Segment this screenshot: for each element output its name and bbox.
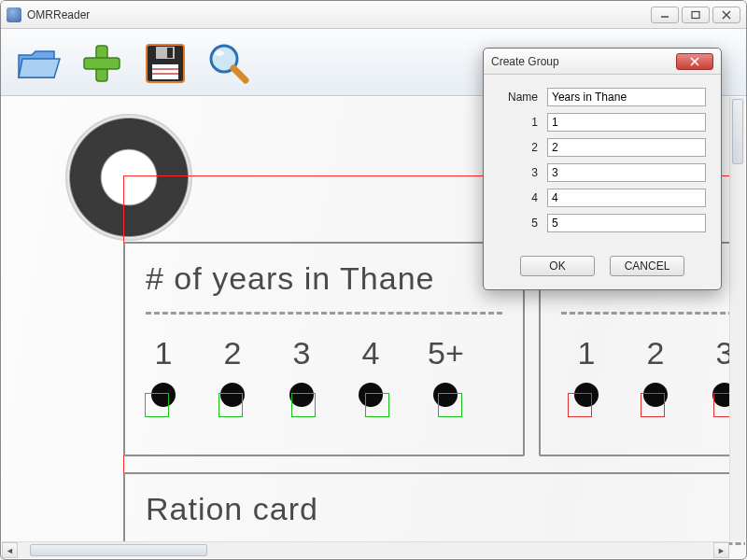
- save-button[interactable]: [135, 34, 193, 91]
- detected-bubble-marker[interactable]: [438, 393, 462, 417]
- svg-point-12: [215, 50, 224, 56]
- field-label: 4: [499, 191, 547, 204]
- zoom-button[interactable]: [199, 34, 257, 91]
- svg-rect-1: [692, 11, 699, 18]
- dialog-title: Create Group: [491, 55, 676, 68]
- field-label: 5: [499, 217, 547, 230]
- window-title: OMRReader: [27, 8, 651, 21]
- svg-rect-3: [84, 58, 120, 69]
- app-window: OMRReader: [0, 0, 747, 560]
- maximize-button[interactable]: [682, 7, 710, 23]
- scroll-left-icon[interactable]: ◄: [2, 542, 18, 558]
- scroll-thumb[interactable]: [732, 99, 743, 164]
- dashed-divider: [561, 312, 745, 315]
- option-label: 2: [643, 335, 668, 371]
- svg-rect-7: [152, 73, 178, 75]
- registration-mark-icon: [65, 114, 192, 241]
- svg-rect-5: [152, 64, 178, 79]
- dashed-divider: [146, 312, 502, 315]
- minimize-button[interactable]: [651, 7, 679, 23]
- field-label: 2: [499, 141, 547, 154]
- field-label: Name: [499, 91, 547, 104]
- value-5-field[interactable]: [547, 214, 706, 232]
- folder-open-icon: [13, 40, 62, 85]
- group-header: # of years in Thane: [146, 260, 502, 297]
- plus-icon: [77, 40, 125, 85]
- value-4-field[interactable]: [547, 189, 706, 207]
- value-1-field[interactable]: [547, 113, 706, 132]
- form-group-years: # of years in Thane 1 2 3 4 5+: [123, 242, 525, 456]
- svg-rect-6: [152, 68, 178, 70]
- horizontal-scrollbar[interactable]: ◄ ►: [2, 541, 729, 558]
- value-2-field[interactable]: [547, 138, 706, 157]
- dialog-close-button[interactable]: [676, 53, 713, 70]
- option-label: 2: [220, 335, 245, 371]
- value-3-field[interactable]: [547, 163, 706, 182]
- field-label: 3: [499, 166, 547, 179]
- option-label: 3: [289, 335, 314, 371]
- name-field[interactable]: [547, 88, 706, 106]
- scroll-thumb[interactable]: [30, 544, 207, 556]
- detected-bubble-marker[interactable]: [145, 393, 169, 417]
- detected-bubble-marker[interactable]: [568, 393, 592, 417]
- field-label: 1: [499, 116, 547, 129]
- scroll-right-icon[interactable]: ►: [713, 542, 729, 558]
- option-label: 1: [151, 335, 176, 371]
- detected-bubble-marker[interactable]: [218, 393, 243, 417]
- option-label: 4: [359, 335, 383, 371]
- detected-bubble-marker[interactable]: [365, 393, 389, 417]
- close-button[interactable]: [712, 7, 740, 23]
- create-group-dialog: Create Group Name 1 2 3 4 5 OK CANCEL: [483, 48, 722, 290]
- option-label: 1: [574, 335, 599, 371]
- open-button[interactable]: [8, 34, 66, 91]
- detected-bubble-marker[interactable]: [641, 393, 665, 417]
- add-button[interactable]: [72, 34, 130, 91]
- magnifier-icon: [204, 40, 252, 85]
- svg-rect-9: [167, 48, 173, 58]
- titlebar: OMRReader: [1, 1, 746, 29]
- option-label: 5+: [428, 335, 464, 371]
- floppy-save-icon: [140, 40, 189, 85]
- ok-button[interactable]: OK: [520, 256, 595, 276]
- java-icon: [7, 7, 21, 22]
- group-header: Ration card: [146, 491, 318, 527]
- cancel-button[interactable]: CANCEL: [610, 256, 684, 276]
- dialog-titlebar[interactable]: Create Group: [484, 49, 721, 75]
- vertical-scrollbar[interactable]: [729, 97, 745, 541]
- close-icon: [689, 57, 700, 66]
- detected-bubble-marker[interactable]: [291, 393, 316, 417]
